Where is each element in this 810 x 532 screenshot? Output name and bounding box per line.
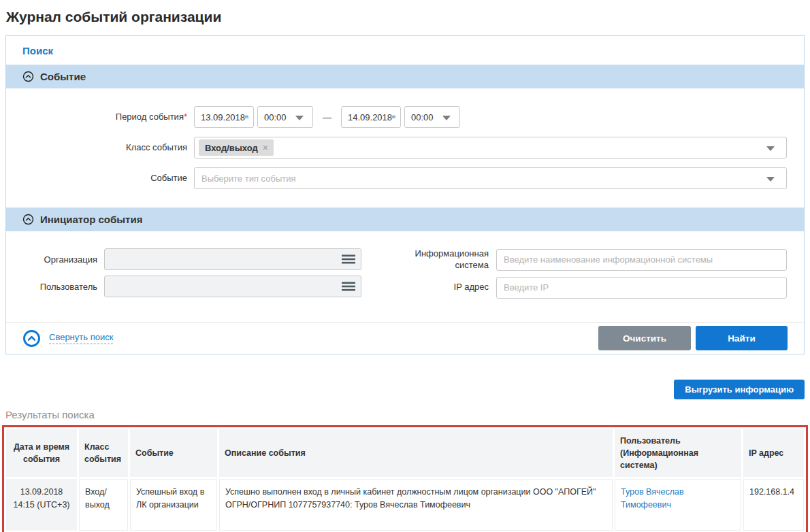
user-link[interactable]: Туров Вячеслав Тимофеевич	[621, 487, 684, 510]
time-to-select[interactable]: 00:00	[404, 106, 460, 128]
search-footer: Свернуть поиск Очистить Найти	[6, 322, 804, 354]
event-type-row: Событие Выберите тип события	[6, 167, 804, 189]
calendar-icon[interactable]	[392, 112, 395, 122]
clear-button[interactable]: Очистить	[598, 326, 691, 350]
table-row: 13.09.2018 14:15 (UTC+3) Вход/выход Успе…	[6, 479, 804, 531]
hamburger-menu-icon[interactable]	[342, 282, 355, 291]
range-dash: —	[323, 112, 331, 122]
event-type-select[interactable]: Выберите тип события	[194, 167, 787, 189]
hamburger-menu-icon[interactable]	[342, 254, 355, 264]
find-button[interactable]: Найти	[696, 326, 788, 350]
period-row: Период события* 13.09.2018	[6, 106, 804, 128]
user-picker[interactable]	[104, 276, 361, 297]
results-title: Результаты поиска	[5, 409, 805, 420]
collapse-search-link[interactable]: Свернуть поиск	[22, 329, 113, 348]
organization-label: Организация	[6, 254, 104, 265]
header-user: Пользователь (Информационная система)	[615, 429, 741, 477]
header-datetime: Дата и время события	[6, 429, 77, 477]
collapse-search-label: Свернуть поиск	[49, 332, 113, 344]
tag-remove-icon[interactable]: ×	[263, 143, 268, 152]
header-description: Описание события	[219, 429, 613, 477]
export-row: Выгрузить информацию	[5, 380, 805, 399]
info-system-row: Информационная система	[361, 248, 787, 271]
cell-event: Успешный вход в ЛК организации	[130, 479, 217, 531]
results-table: Дата и время события Класс события Событ…	[4, 427, 806, 532]
time-from-select[interactable]: 00:00	[257, 106, 313, 128]
section-title-event: Событие	[40, 71, 86, 82]
date-to-input[interactable]: 14.09.2018	[341, 106, 401, 128]
page: Журнал событий организации Поиск Событие…	[0, 9, 810, 532]
initiator-right-column: Информационная система IP адрес	[361, 248, 804, 299]
caret-down-icon	[766, 177, 775, 182]
search-panel: Поиск Событие Период события* 13.09.2018	[5, 35, 805, 354]
ip-row: IP адрес	[361, 277, 787, 299]
header-event-class: Класс события	[79, 429, 128, 477]
table-header-row: Дата и время события Класс события Событ…	[6, 429, 804, 477]
event-form-area: Период события* 13.09.2018	[6, 88, 804, 207]
required-asterisk: *	[184, 112, 187, 122]
results-table-frame: Дата и время события Класс события Событ…	[2, 425, 808, 532]
section-title-initiator: Инициатор события	[40, 214, 142, 225]
caret-down-icon	[766, 146, 775, 151]
cell-description: Успешно выполнен вход в личный кабинет д…	[219, 479, 613, 531]
footer-buttons: Очистить Найти	[598, 326, 788, 350]
caret-down-icon	[442, 116, 451, 120]
calendar-icon[interactable]	[245, 112, 248, 122]
chevron-up-circle-icon[interactable]	[22, 329, 41, 348]
event-type-label: Событие	[6, 173, 194, 184]
cell-ip: 192.168.1.4	[743, 479, 804, 531]
event-class-select[interactable]: Вход/выход ×	[194, 137, 787, 159]
initiator-form-area: Организация Пользователь	[6, 231, 804, 322]
ip-input[interactable]	[496, 277, 787, 299]
user-row: Пользователь	[6, 276, 361, 297]
chevron-up-circle-icon	[22, 71, 34, 82]
section-header-event[interactable]: Событие	[6, 65, 804, 88]
cell-user: Туров Вячеслав Тимофеевич	[615, 479, 741, 531]
ip-label: IP адрес	[361, 282, 496, 293]
section-header-initiator[interactable]: Инициатор события	[6, 207, 804, 231]
user-label: Пользователь	[6, 282, 104, 292]
search-panel-header: Поиск	[6, 36, 804, 65]
cell-event-class: Вход/выход	[79, 479, 128, 531]
info-system-input[interactable]	[496, 249, 787, 271]
page-title: Журнал событий организации	[6, 9, 805, 25]
event-class-row: Класс события Вход/выход ×	[6, 137, 804, 159]
organization-row: Организация	[6, 248, 361, 270]
cell-datetime: 13.09.2018 14:15 (UTC+3)	[6, 479, 77, 531]
header-event: Событие	[130, 429, 217, 477]
search-panel-title: Поиск	[22, 45, 53, 56]
export-button[interactable]: Выгрузить информацию	[674, 380, 805, 399]
date-from-input[interactable]: 13.09.2018	[194, 106, 254, 128]
header-ip: IP адрес	[743, 429, 804, 477]
organization-picker[interactable]	[104, 248, 361, 270]
event-type-placeholder: Выберите тип события	[201, 173, 295, 184]
event-class-tag[interactable]: Вход/выход ×	[199, 139, 274, 156]
caret-down-icon	[295, 116, 304, 120]
initiator-left-column: Организация Пользователь	[6, 248, 361, 299]
period-label: Период события*	[6, 112, 194, 122]
info-system-label: Информационная система	[361, 248, 496, 271]
event-class-label: Класс события	[6, 142, 194, 153]
chevron-up-circle-icon	[22, 214, 34, 225]
